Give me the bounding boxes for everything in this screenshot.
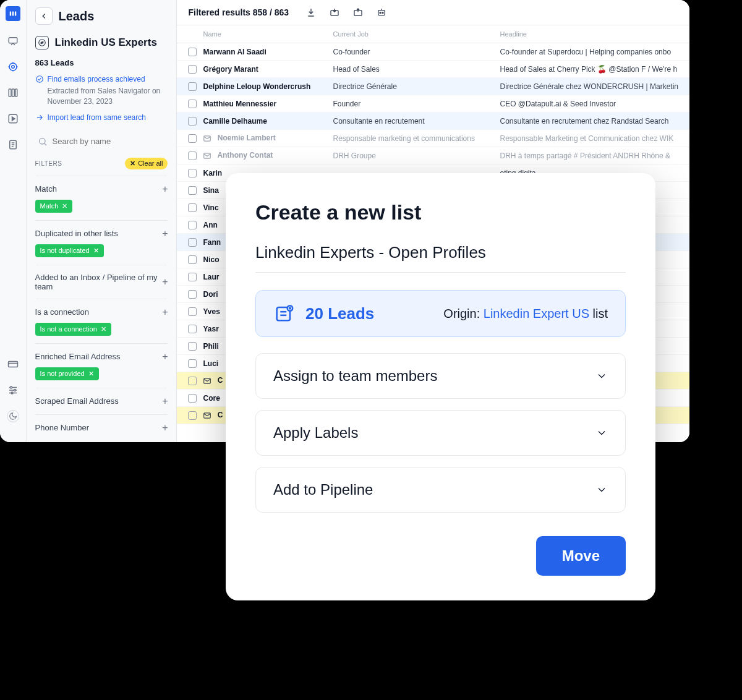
rail-document-icon[interactable] — [7, 139, 19, 151]
sidebar-title: Leads — [59, 9, 95, 23]
row-checkbox[interactable] — [188, 82, 197, 91]
row-checkbox[interactable] — [188, 377, 197, 385]
svg-rect-14 — [8, 362, 17, 367]
header-name[interactable]: Name — [203, 30, 333, 38]
filter-row[interactable]: Scraped Email Address+ — [35, 396, 168, 407]
row-checkbox[interactable] — [188, 203, 197, 212]
plus-icon[interactable]: + — [162, 276, 168, 288]
svg-point-19 — [10, 386, 12, 388]
row-checkbox[interactable] — [188, 65, 197, 74]
header-job[interactable]: Current Job — [333, 30, 500, 38]
import-icon[interactable] — [352, 6, 364, 19]
table-row[interactable]: Delphine Leloup WondercrushDirectrice Gé… — [177, 78, 689, 95]
export-icon[interactable] — [328, 6, 341, 19]
filter-row[interactable]: Enriched Email Address+ — [35, 351, 168, 362]
origin-link[interactable]: Linkedin Expert US — [484, 307, 589, 320]
remove-tag-icon[interactable]: ✕ — [93, 247, 99, 255]
filter-label: Added to an Inbox / Pipeline of my team — [35, 273, 163, 291]
row-checkbox[interactable] — [188, 221, 197, 229]
plus-icon[interactable]: + — [162, 307, 168, 318]
plus-icon[interactable]: + — [162, 396, 168, 407]
cell-job: Co-founder — [333, 48, 500, 56]
filter-row[interactable]: Added to an Inbox / Pipeline of my team+ — [35, 273, 168, 291]
import-link[interactable]: Import lead from same search — [35, 113, 168, 122]
achieved-text: Find emails process achieved — [48, 75, 145, 83]
table-row[interactable]: Marwann Al SaadiCo-founderCo-founder at … — [177, 43, 689, 61]
filter-tag[interactable]: Is not a connection✕ — [35, 323, 111, 336]
plus-icon[interactable]: + — [162, 422, 168, 433]
app-logo[interactable] — [6, 6, 20, 21]
remove-tag-icon[interactable]: ✕ — [62, 202, 67, 210]
search-row[interactable] — [35, 133, 168, 150]
row-checkbox[interactable] — [188, 186, 197, 195]
remove-tag-icon[interactable]: ✕ — [101, 325, 106, 333]
plus-icon[interactable]: + — [162, 351, 168, 362]
rail-settings-icon[interactable] — [7, 384, 19, 396]
table-row[interactable]: Anthony ContatDRH GroupeDRH à temps part… — [177, 147, 689, 164]
plus-icon[interactable]: + — [162, 228, 168, 239]
plus-icon[interactable]: + — [162, 184, 168, 195]
row-checkbox[interactable] — [188, 117, 197, 126]
cell-job: DRH Groupe — [333, 152, 500, 160]
left-rail — [0, 0, 27, 442]
table-row[interactable]: Matthieu MennessierFounderCEO @Datapult.… — [177, 95, 689, 113]
filter-tag[interactable]: Is not duplicated✕ — [35, 244, 104, 257]
svg-marker-23 — [41, 41, 43, 44]
rail-columns-icon[interactable] — [7, 87, 19, 99]
table-row[interactable]: Noemie LambertResponsable marketing et c… — [177, 130, 689, 147]
row-checkbox[interactable] — [188, 394, 197, 403]
table-header: Name Current Job Headline — [177, 25, 689, 43]
rail-target-icon[interactable] — [7, 61, 19, 73]
header-headline[interactable]: Headline — [500, 30, 678, 38]
svg-point-32 — [382, 12, 383, 14]
rail-play-icon[interactable] — [7, 113, 19, 125]
extracted-text: Extracted from Sales Navigator on Novemb… — [48, 86, 168, 107]
cell-headline: Co-founder at Superdocu | Helping compan… — [500, 48, 678, 56]
cell-job: Responsable marketing et communications — [333, 134, 500, 143]
svg-rect-0 — [10, 12, 11, 16]
row-checkbox[interactable] — [188, 325, 197, 333]
rail-theme-icon[interactable] — [7, 410, 19, 422]
row-checkbox[interactable] — [188, 411, 197, 420]
filter-tag[interactable]: Is not provided✕ — [35, 367, 99, 380]
table-row[interactable]: Grégory MarantHead of SalesHead of Sales… — [177, 61, 689, 78]
table-row[interactable]: Camille DelhaumeConsultante en recruteme… — [177, 113, 689, 130]
robot-icon[interactable] — [375, 6, 388, 19]
cell-headline: Directrice Générale chez WONDERCRUSH | M… — [500, 82, 678, 91]
row-checkbox[interactable] — [188, 134, 197, 143]
add-pipeline-section[interactable]: Add to Pipeline — [255, 467, 626, 513]
download-icon[interactable] — [305, 6, 317, 19]
row-checkbox[interactable] — [188, 359, 197, 368]
chevron-down-icon — [595, 427, 608, 439]
filter-row[interactable]: Is a connection+ — [35, 307, 168, 318]
row-checkbox[interactable] — [188, 290, 197, 299]
row-checkbox[interactable] — [188, 169, 197, 177]
row-checkbox[interactable] — [188, 342, 197, 351]
clear-all-chip[interactable]: ✕ Clear all — [125, 158, 168, 169]
move-button[interactable]: Move — [536, 536, 626, 576]
back-button[interactable] — [35, 7, 53, 25]
row-checkbox[interactable] — [188, 307, 197, 316]
assign-team-section[interactable]: Assign to team members — [255, 353, 626, 399]
row-checkbox[interactable] — [188, 100, 197, 108]
filter-label: Enriched Email Address — [35, 352, 121, 361]
list-name-input[interactable]: Linkedin Experts - Open Profiles — [255, 243, 626, 273]
filter-group: Phone Number+ — [35, 414, 168, 441]
row-checkbox[interactable] — [188, 152, 197, 160]
search-input[interactable] — [53, 137, 166, 146]
filter-row[interactable]: Match+ — [35, 184, 168, 195]
filter-row[interactable]: Phone Number+ — [35, 422, 168, 433]
filter-row[interactable]: Duplicated in other lists+ — [35, 228, 168, 239]
modal-title: Create a new list — [255, 200, 626, 224]
rail-card-icon[interactable] — [7, 358, 19, 370]
row-checkbox[interactable] — [188, 255, 197, 264]
row-checkbox[interactable] — [188, 238, 197, 247]
cell-headline: Consultante en recrutement chez Randstad… — [500, 117, 678, 126]
filter-tag[interactable]: Match✕ — [35, 200, 73, 213]
apply-labels-section[interactable]: Apply Labels — [255, 410, 626, 456]
row-checkbox[interactable] — [188, 273, 197, 281]
cell-name: Delphine Leloup Wondercrush — [203, 82, 333, 91]
remove-tag-icon[interactable]: ✕ — [88, 370, 94, 378]
row-checkbox[interactable] — [188, 48, 197, 56]
rail-chat-icon[interactable] — [7, 35, 19, 47]
